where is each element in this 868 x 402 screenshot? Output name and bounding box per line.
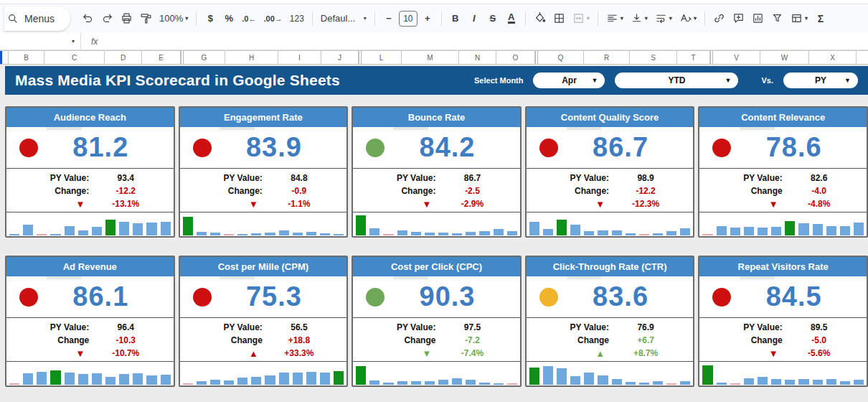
change-pct-row: ▼-1.1% xyxy=(180,197,347,210)
font-family-select[interactable]: Defaul...▾ xyxy=(318,9,369,28)
sparkline-bar xyxy=(105,377,115,385)
column-header-H[interactable]: H xyxy=(225,51,278,64)
change-arrow-cell: ▼ xyxy=(180,199,268,210)
more-formats-button[interactable]: 123 xyxy=(287,9,307,28)
column-header-R[interactable]: R xyxy=(584,51,630,64)
spreadsheet-canvas[interactable]: Mass Media KPI Scorecard in Google Sheet… xyxy=(0,65,868,402)
horizontal-align-button[interactable]: ▾ xyxy=(603,9,626,28)
column-header-Y[interactable]: Y xyxy=(857,51,868,64)
kpi-value: 86.7 xyxy=(558,132,694,163)
status-dot-red xyxy=(712,288,731,307)
toolbar-divider xyxy=(196,11,197,26)
insert-chart-button[interactable] xyxy=(749,9,767,28)
insert-comment-button[interactable] xyxy=(730,9,747,28)
percent-icon: % xyxy=(225,13,234,24)
menus-button[interactable]: Menus xyxy=(4,6,70,31)
borders-button[interactable] xyxy=(550,9,568,28)
sparkline-bar xyxy=(479,383,489,385)
font-size-input[interactable]: 10 xyxy=(399,11,418,27)
sparkline-bar xyxy=(50,370,60,385)
change-value: -0.9 xyxy=(268,186,330,196)
functions-button[interactable]: Σ xyxy=(812,9,829,28)
formula-input[interactable]: fx xyxy=(80,33,868,50)
sparkline-bar xyxy=(666,231,676,235)
sparkline-bar xyxy=(584,231,594,235)
sparkline-bar xyxy=(320,373,330,385)
text-rotation-button[interactable]: ▾ xyxy=(676,9,699,28)
select-all-corner[interactable] xyxy=(0,51,9,64)
sparkline-bar xyxy=(210,380,220,385)
kpi-info: PY Value:86.7Change:-2.5▼-2.9% xyxy=(353,168,520,212)
vertical-align-button[interactable]: ▾ xyxy=(628,9,651,28)
format-percent-button[interactable]: % xyxy=(220,9,237,28)
column-header-O[interactable]: O xyxy=(496,51,535,64)
paint-format-button[interactable] xyxy=(137,9,155,28)
decrease-decimal-button[interactable]: .0← xyxy=(239,9,259,28)
decrease-font-size-button[interactable]: − xyxy=(380,9,397,28)
font-size-value: 10 xyxy=(403,14,412,24)
column-header-I[interactable]: I xyxy=(278,51,321,64)
column-header-C[interactable]: C xyxy=(44,51,105,64)
column-header-M[interactable]: M xyxy=(402,51,459,64)
bold-button[interactable]: B xyxy=(447,9,464,28)
text-color-button[interactable]: A xyxy=(503,9,520,28)
column-header-L[interactable]: L xyxy=(362,51,402,64)
sparkline-bar xyxy=(639,234,649,235)
kpi-card: Audience Reach81.2PY Value:93.4Change:-1… xyxy=(5,106,175,238)
merge-cells-button[interactable]: ▾ xyxy=(570,9,593,28)
print-button[interactable] xyxy=(118,9,136,28)
sparkline-bar xyxy=(37,372,47,385)
text-wrap-button[interactable]: ▾ xyxy=(652,9,675,28)
increase-font-size-button[interactable]: + xyxy=(419,9,436,28)
change-label: Change: xyxy=(6,186,95,196)
sparkline-bar xyxy=(570,225,580,235)
column-header-W[interactable]: W xyxy=(760,51,809,64)
column-header-X[interactable]: X xyxy=(809,51,857,64)
column-header-J[interactable]: J xyxy=(321,51,359,64)
kpi-value: 75.3 xyxy=(212,281,347,312)
table-views-button[interactable]: ▾ xyxy=(788,9,811,28)
month-dropdown[interactable]: Apr ▼ xyxy=(533,73,605,88)
undo-icon xyxy=(82,12,94,24)
kpi-card: Ad Revenue86.1PY Value:96.4Change-10.3▼-… xyxy=(5,256,175,387)
period-dropdown[interactable]: YTD ▼ xyxy=(615,73,738,88)
sparkline-bar xyxy=(840,381,850,385)
insert-link-button[interactable] xyxy=(710,9,728,28)
column-header-B[interactable]: B xyxy=(9,51,44,64)
strikethrough-button[interactable]: S xyxy=(484,9,501,28)
kpi-sparkline xyxy=(527,362,694,385)
sparkline-bar xyxy=(771,227,781,235)
increase-decimal-button[interactable]: .00→ xyxy=(260,9,285,28)
sparkline-bar xyxy=(507,231,517,235)
align-left-icon xyxy=(606,12,618,24)
italic-button[interactable]: I xyxy=(466,9,483,28)
name-box[interactable]: ▾ xyxy=(0,38,80,45)
column-header-S[interactable]: S xyxy=(630,51,677,64)
filter-icon xyxy=(771,12,783,24)
sparkline-bar xyxy=(161,222,171,235)
sparkline-bar xyxy=(146,375,156,385)
kpi-cards-row-2: Ad Revenue86.1PY Value:96.4Change-10.3▼-… xyxy=(5,256,868,387)
sparkline-bar xyxy=(119,222,129,235)
month-value: Apr xyxy=(562,75,577,85)
banner-controls: Select Month Apr ▼ YTD ▼ Vs. PY ▼ xyxy=(474,73,858,88)
column-header-D[interactable]: D xyxy=(105,51,142,64)
column-header-V[interactable]: V xyxy=(713,51,760,64)
sparkline-bar xyxy=(466,380,476,385)
create-filter-button[interactable] xyxy=(768,9,786,28)
fill-color-button[interactable] xyxy=(531,9,549,28)
column-header-E[interactable]: E xyxy=(142,51,181,64)
compare-dropdown[interactable]: PY ▼ xyxy=(783,73,858,88)
column-header-G[interactable]: G xyxy=(184,51,225,64)
column-header-N[interactable]: N xyxy=(459,51,496,64)
change-arrow-icon: ▼ xyxy=(423,199,432,210)
column-header-T[interactable]: T xyxy=(677,51,710,64)
zoom-select[interactable]: 100%▾ xyxy=(156,9,191,28)
column-header-Q[interactable]: Q xyxy=(538,51,584,64)
redo-button[interactable] xyxy=(98,9,116,28)
undo-button[interactable] xyxy=(79,9,97,28)
kpi-value: 84.2 xyxy=(385,132,520,163)
format-currency-button[interactable]: $ xyxy=(202,9,219,28)
py-value: 97.5 xyxy=(441,322,503,332)
sparkline-bar xyxy=(744,378,754,385)
